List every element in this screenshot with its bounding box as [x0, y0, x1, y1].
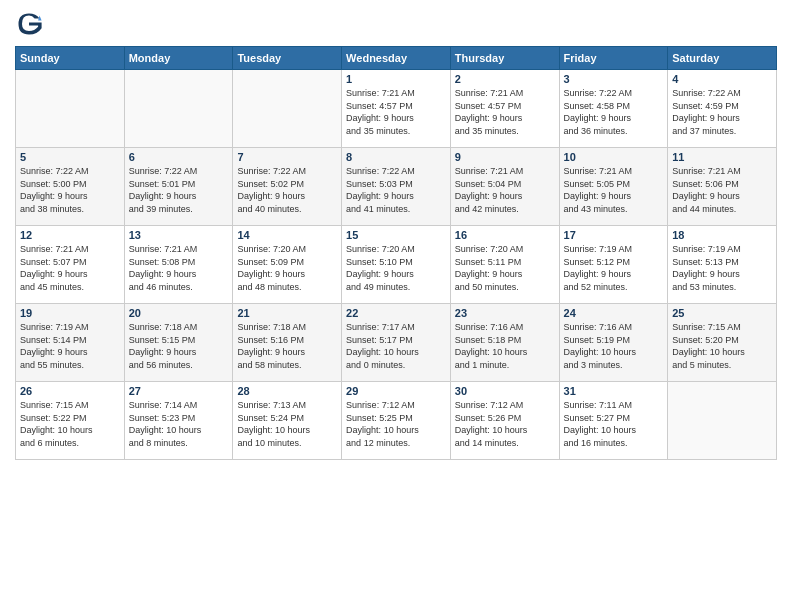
day-number: 3: [564, 73, 664, 85]
day-number: 16: [455, 229, 555, 241]
day-number: 29: [346, 385, 446, 397]
day-number: 4: [672, 73, 772, 85]
day-number: 11: [672, 151, 772, 163]
day-info: Sunrise: 7:13 AM Sunset: 5:24 PM Dayligh…: [237, 399, 337, 449]
calendar-day-cell: 19Sunrise: 7:19 AM Sunset: 5:14 PM Dayli…: [16, 304, 125, 382]
day-number: 2: [455, 73, 555, 85]
day-info: Sunrise: 7:15 AM Sunset: 5:20 PM Dayligh…: [672, 321, 772, 371]
calendar-day-cell: 1Sunrise: 7:21 AM Sunset: 4:57 PM Daylig…: [342, 70, 451, 148]
calendar-day-cell: 12Sunrise: 7:21 AM Sunset: 5:07 PM Dayli…: [16, 226, 125, 304]
day-info: Sunrise: 7:22 AM Sunset: 5:03 PM Dayligh…: [346, 165, 446, 215]
day-info: Sunrise: 7:22 AM Sunset: 4:58 PM Dayligh…: [564, 87, 664, 137]
day-number: 10: [564, 151, 664, 163]
calendar-week-row: 12Sunrise: 7:21 AM Sunset: 5:07 PM Dayli…: [16, 226, 777, 304]
day-number: 30: [455, 385, 555, 397]
day-number: 31: [564, 385, 664, 397]
calendar-day-cell: 10Sunrise: 7:21 AM Sunset: 5:05 PM Dayli…: [559, 148, 668, 226]
calendar-day-cell: 8Sunrise: 7:22 AM Sunset: 5:03 PM Daylig…: [342, 148, 451, 226]
calendar-day-cell: 14Sunrise: 7:20 AM Sunset: 5:09 PM Dayli…: [233, 226, 342, 304]
day-info: Sunrise: 7:21 AM Sunset: 5:07 PM Dayligh…: [20, 243, 120, 293]
day-number: 24: [564, 307, 664, 319]
calendar-day-cell: 21Sunrise: 7:18 AM Sunset: 5:16 PM Dayli…: [233, 304, 342, 382]
day-info: Sunrise: 7:20 AM Sunset: 5:11 PM Dayligh…: [455, 243, 555, 293]
day-info: Sunrise: 7:19 AM Sunset: 5:13 PM Dayligh…: [672, 243, 772, 293]
day-number: 28: [237, 385, 337, 397]
day-info: Sunrise: 7:17 AM Sunset: 5:17 PM Dayligh…: [346, 321, 446, 371]
calendar-day-cell: 18Sunrise: 7:19 AM Sunset: 5:13 PM Dayli…: [668, 226, 777, 304]
calendar-week-row: 26Sunrise: 7:15 AM Sunset: 5:22 PM Dayli…: [16, 382, 777, 460]
day-number: 17: [564, 229, 664, 241]
day-number: 18: [672, 229, 772, 241]
day-number: 5: [20, 151, 120, 163]
calendar-day-cell: 28Sunrise: 7:13 AM Sunset: 5:24 PM Dayli…: [233, 382, 342, 460]
calendar-table: SundayMondayTuesdayWednesdayThursdayFrid…: [15, 46, 777, 460]
calendar-week-row: 5Sunrise: 7:22 AM Sunset: 5:00 PM Daylig…: [16, 148, 777, 226]
day-number: 9: [455, 151, 555, 163]
weekday-header: Sunday: [16, 47, 125, 70]
calendar-day-cell: 31Sunrise: 7:11 AM Sunset: 5:27 PM Dayli…: [559, 382, 668, 460]
weekday-header: Thursday: [450, 47, 559, 70]
day-info: Sunrise: 7:16 AM Sunset: 5:19 PM Dayligh…: [564, 321, 664, 371]
calendar-day-cell: 29Sunrise: 7:12 AM Sunset: 5:25 PM Dayli…: [342, 382, 451, 460]
calendar-day-cell: 6Sunrise: 7:22 AM Sunset: 5:01 PM Daylig…: [124, 148, 233, 226]
day-number: 21: [237, 307, 337, 319]
day-info: Sunrise: 7:21 AM Sunset: 5:08 PM Dayligh…: [129, 243, 229, 293]
day-info: Sunrise: 7:20 AM Sunset: 5:10 PM Dayligh…: [346, 243, 446, 293]
day-number: 1: [346, 73, 446, 85]
weekday-header: Saturday: [668, 47, 777, 70]
calendar-day-cell: 13Sunrise: 7:21 AM Sunset: 5:08 PM Dayli…: [124, 226, 233, 304]
day-number: 12: [20, 229, 120, 241]
calendar-day-cell: 24Sunrise: 7:16 AM Sunset: 5:19 PM Dayli…: [559, 304, 668, 382]
calendar-week-row: 1Sunrise: 7:21 AM Sunset: 4:57 PM Daylig…: [16, 70, 777, 148]
calendar-day-cell: 22Sunrise: 7:17 AM Sunset: 5:17 PM Dayli…: [342, 304, 451, 382]
calendar-day-cell: 3Sunrise: 7:22 AM Sunset: 4:58 PM Daylig…: [559, 70, 668, 148]
weekday-header: Tuesday: [233, 47, 342, 70]
day-info: Sunrise: 7:11 AM Sunset: 5:27 PM Dayligh…: [564, 399, 664, 449]
day-info: Sunrise: 7:21 AM Sunset: 5:04 PM Dayligh…: [455, 165, 555, 215]
calendar-day-cell: 23Sunrise: 7:16 AM Sunset: 5:18 PM Dayli…: [450, 304, 559, 382]
day-info: Sunrise: 7:19 AM Sunset: 5:12 PM Dayligh…: [564, 243, 664, 293]
day-info: Sunrise: 7:15 AM Sunset: 5:22 PM Dayligh…: [20, 399, 120, 449]
day-info: Sunrise: 7:21 AM Sunset: 5:06 PM Dayligh…: [672, 165, 772, 215]
day-number: 26: [20, 385, 120, 397]
header: [15, 10, 777, 38]
day-number: 7: [237, 151, 337, 163]
day-info: Sunrise: 7:21 AM Sunset: 4:57 PM Dayligh…: [346, 87, 446, 137]
calendar-day-cell: 17Sunrise: 7:19 AM Sunset: 5:12 PM Dayli…: [559, 226, 668, 304]
page-container: SundayMondayTuesdayWednesdayThursdayFrid…: [0, 0, 792, 470]
day-info: Sunrise: 7:22 AM Sunset: 5:00 PM Dayligh…: [20, 165, 120, 215]
day-info: Sunrise: 7:20 AM Sunset: 5:09 PM Dayligh…: [237, 243, 337, 293]
calendar-day-cell: 20Sunrise: 7:18 AM Sunset: 5:15 PM Dayli…: [124, 304, 233, 382]
day-number: 8: [346, 151, 446, 163]
day-number: 14: [237, 229, 337, 241]
day-info: Sunrise: 7:21 AM Sunset: 5:05 PM Dayligh…: [564, 165, 664, 215]
header-row: SundayMondayTuesdayWednesdayThursdayFrid…: [16, 47, 777, 70]
day-info: Sunrise: 7:18 AM Sunset: 5:15 PM Dayligh…: [129, 321, 229, 371]
day-info: Sunrise: 7:22 AM Sunset: 4:59 PM Dayligh…: [672, 87, 772, 137]
day-number: 13: [129, 229, 229, 241]
day-number: 19: [20, 307, 120, 319]
day-info: Sunrise: 7:19 AM Sunset: 5:14 PM Dayligh…: [20, 321, 120, 371]
calendar-day-cell: 4Sunrise: 7:22 AM Sunset: 4:59 PM Daylig…: [668, 70, 777, 148]
calendar-day-cell: 9Sunrise: 7:21 AM Sunset: 5:04 PM Daylig…: [450, 148, 559, 226]
day-info: Sunrise: 7:21 AM Sunset: 4:57 PM Dayligh…: [455, 87, 555, 137]
day-info: Sunrise: 7:14 AM Sunset: 5:23 PM Dayligh…: [129, 399, 229, 449]
day-info: Sunrise: 7:16 AM Sunset: 5:18 PM Dayligh…: [455, 321, 555, 371]
day-number: 25: [672, 307, 772, 319]
day-number: 15: [346, 229, 446, 241]
day-info: Sunrise: 7:22 AM Sunset: 5:02 PM Dayligh…: [237, 165, 337, 215]
day-number: 20: [129, 307, 229, 319]
calendar-day-cell: 16Sunrise: 7:20 AM Sunset: 5:11 PM Dayli…: [450, 226, 559, 304]
day-info: Sunrise: 7:22 AM Sunset: 5:01 PM Dayligh…: [129, 165, 229, 215]
calendar-day-cell: [668, 382, 777, 460]
day-number: 6: [129, 151, 229, 163]
calendar-day-cell: 5Sunrise: 7:22 AM Sunset: 5:00 PM Daylig…: [16, 148, 125, 226]
day-info: Sunrise: 7:18 AM Sunset: 5:16 PM Dayligh…: [237, 321, 337, 371]
calendar-day-cell: 7Sunrise: 7:22 AM Sunset: 5:02 PM Daylig…: [233, 148, 342, 226]
calendar-day-cell: 11Sunrise: 7:21 AM Sunset: 5:06 PM Dayli…: [668, 148, 777, 226]
weekday-header: Wednesday: [342, 47, 451, 70]
calendar-day-cell: 2Sunrise: 7:21 AM Sunset: 4:57 PM Daylig…: [450, 70, 559, 148]
calendar-day-cell: [124, 70, 233, 148]
calendar-day-cell: 15Sunrise: 7:20 AM Sunset: 5:10 PM Dayli…: [342, 226, 451, 304]
calendar-day-cell: [233, 70, 342, 148]
